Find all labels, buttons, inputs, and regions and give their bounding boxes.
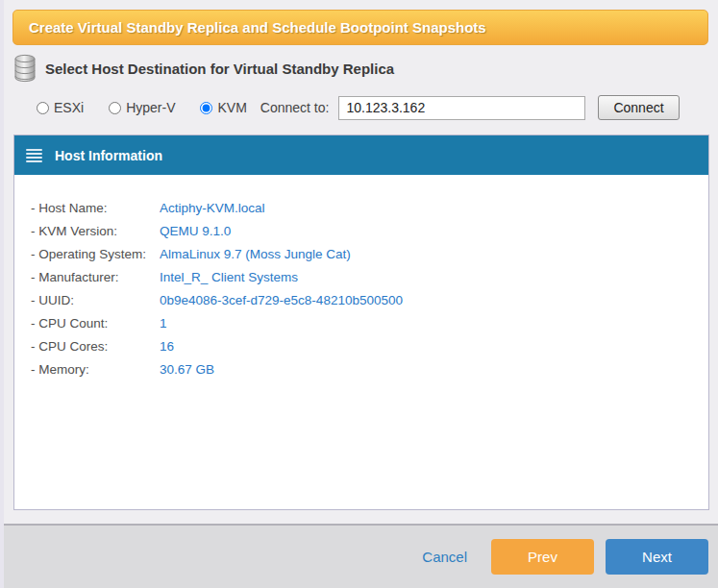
connect-to-label: Connect to: (260, 100, 330, 115)
info-row-operating-system: - Operating System: AlmaLinux 9.7 (Moss … (31, 242, 708, 265)
radio-kvm-input[interactable] (200, 102, 212, 114)
radio-esxi-label: ESXi (54, 100, 84, 115)
info-row-host-name: - Host Name: Actiphy-KVM.local (31, 196, 708, 219)
radio-esxi[interactable]: ESXi (37, 100, 84, 115)
radio-kvm-label: KVM (217, 100, 246, 115)
info-value: 30.67 GB (160, 362, 214, 377)
radio-hyperv-input[interactable] (109, 102, 121, 114)
section-title: Select Host Destination for Virtual Stan… (45, 61, 394, 77)
info-label: - Operating System: (31, 247, 160, 261)
connect-button[interactable]: Connect (598, 95, 679, 120)
radio-hyperv-label: Hyper-V (126, 100, 175, 115)
info-label: - Host Name: (31, 201, 160, 215)
database-icon (13, 54, 37, 83)
radio-esxi-input[interactable] (37, 102, 49, 114)
info-value: 16 (160, 339, 174, 354)
host-information-header: Host Information (14, 135, 708, 175)
info-label: - CPU Count: (31, 316, 160, 331)
info-row-kvm-version: - KVM Version: QEMU 9.1.0 (31, 219, 708, 242)
info-value: AlmaLinux 9.7 (Moss Jungle Cat) (160, 247, 351, 261)
info-label: - CPU Cores: (31, 339, 160, 354)
info-value: QEMU 9.1.0 (160, 224, 231, 238)
next-button[interactable]: Next (606, 539, 708, 575)
info-row-uuid: - UUID: 0b9e4086-3cef-d729-e5c8-48210b50… (31, 288, 708, 311)
radio-hyperv[interactable]: Hyper-V (109, 100, 175, 115)
wizard-title-banner: Create Virtual Standby Replica and Sched… (12, 10, 708, 45)
wizard-footer: Cancel Prev Next (0, 524, 718, 588)
info-value: 0b9e4086-3cef-d729-e5c8-48210b500500 (160, 293, 403, 307)
menu-icon (26, 149, 42, 162)
radio-kvm[interactable]: KVM (200, 100, 246, 115)
info-row-cpu-cores: - CPU Cores: 16 (31, 334, 708, 357)
host-information-title: Host Information (55, 148, 162, 163)
host-info-list: - Host Name: Actiphy-KVM.local - KVM Ver… (14, 175, 708, 380)
prev-button[interactable]: Prev (491, 539, 594, 575)
cancel-link[interactable]: Cancel (422, 549, 467, 565)
hypervisor-connect-row: ESXi Hyper-V KVM Connect to: Connect (37, 95, 680, 120)
info-row-memory: - Memory: 30.67 GB (31, 357, 708, 380)
info-value: Intel_R_ Client Systems (160, 270, 298, 284)
info-label: - KVM Version: (31, 224, 160, 238)
info-row-cpu-count: - CPU Count: 1 (31, 311, 708, 334)
info-value: 1 (160, 316, 167, 331)
info-row-manufacturer: - Manufacturer: Intel_R_ Client Systems (31, 265, 708, 288)
info-label: - Memory: (31, 362, 160, 377)
info-label: - UUID: (31, 293, 160, 307)
connect-address-input[interactable] (338, 96, 585, 120)
section-header: Select Host Destination for Virtual Stan… (13, 54, 394, 83)
info-label: - Manufacturer: (31, 270, 160, 284)
info-value: Actiphy-KVM.local (160, 201, 265, 215)
host-information-panel: Host Information - Host Name: Actiphy-KV… (13, 135, 709, 510)
